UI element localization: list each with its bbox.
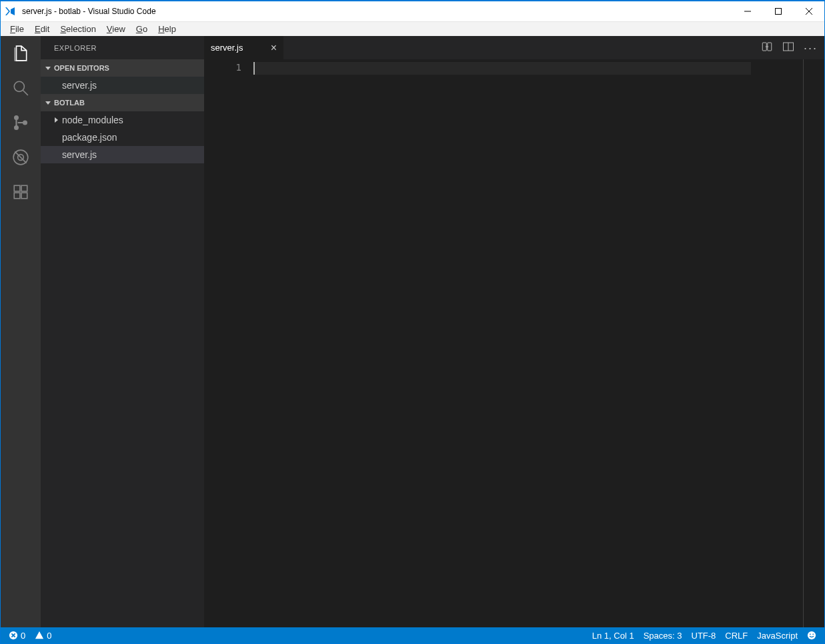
menu-view[interactable]: View — [101, 23, 131, 35]
source-control-icon[interactable] — [10, 112, 31, 133]
chevron-down-icon — [45, 65, 51, 71]
activity-bar — [1, 36, 41, 627]
status-bar: 0 0 Ln 1, Col 1 Spaces: 3 UTF-8 CRLF Jav… — [1, 627, 824, 643]
gutter: 1 — [204, 59, 253, 627]
explorer-icon[interactable] — [10, 43, 31, 64]
status-errors[interactable]: 0 — [9, 631, 25, 641]
editor-actions: ··· — [761, 36, 824, 59]
status-warnings[interactable]: 0 — [35, 631, 51, 641]
status-language[interactable]: JavaScript — [757, 631, 798, 641]
tab[interactable]: server.js × — [204, 36, 284, 59]
menu-edit[interactable]: Edit — [29, 23, 55, 35]
svg-point-30 — [812, 633, 814, 635]
editor-surface[interactable]: 1 — [204, 59, 824, 627]
svg-point-9 — [15, 126, 18, 129]
tab-spacer — [284, 36, 761, 59]
open-editor-item[interactable]: server.js — [41, 77, 204, 94]
split-editor-icon[interactable] — [782, 41, 794, 55]
app-icon — [1, 6, 19, 17]
svg-point-29 — [810, 633, 811, 635]
file-label: package.json — [62, 132, 117, 143]
svg-line-7 — [23, 90, 28, 95]
menu-file[interactable]: File — [5, 23, 29, 35]
chevron-right-icon — [53, 117, 59, 123]
svg-marker-19 — [55, 117, 58, 123]
more-icon[interactable]: ··· — [804, 42, 818, 54]
tree-item-file[interactable]: server.js — [41, 146, 204, 163]
status-position[interactable]: Ln 1, Col 1 — [592, 631, 634, 641]
svg-marker-18 — [45, 101, 51, 105]
menu-selection[interactable]: Selection — [55, 23, 101, 35]
sidebar: EXPLORER OPEN EDITORS server.js BOTLAB n… — [41, 36, 204, 627]
status-spaces[interactable]: Spaces: 3 — [644, 631, 682, 641]
svg-point-6 — [14, 81, 24, 91]
file-label: server.js — [62, 149, 97, 160]
file-label: server.js — [62, 80, 97, 91]
tree-item-folder[interactable]: node_modules — [41, 111, 204, 129]
close-button[interactable] — [794, 1, 824, 21]
status-encoding[interactable]: UTF-8 — [692, 631, 716, 641]
menu-go[interactable]: Go — [131, 23, 153, 35]
svg-point-10 — [23, 121, 27, 124]
menu-bar: File Edit Selection View Go Help — [1, 21, 824, 36]
tab-label: server.js — [211, 43, 243, 53]
current-line-highlight — [253, 62, 751, 75]
svg-rect-3 — [776, 9, 782, 15]
minimize-button[interactable] — [732, 1, 763, 21]
svg-point-8 — [15, 116, 18, 119]
maximize-button[interactable] — [763, 1, 794, 21]
svg-marker-17 — [45, 67, 51, 70]
tree-item-file[interactable]: package.json — [41, 129, 204, 146]
chevron-down-icon — [45, 100, 51, 105]
feedback-icon[interactable] — [807, 631, 816, 640]
warnings-count: 0 — [47, 631, 51, 641]
open-editors-header[interactable]: OPEN EDITORS — [41, 59, 204, 77]
svg-marker-27 — [35, 631, 43, 639]
tab-bar: server.js × ··· — [204, 36, 824, 59]
svg-marker-0 — [5, 7, 10, 15]
svg-point-28 — [808, 631, 816, 639]
debug-icon[interactable] — [10, 147, 31, 168]
svg-rect-15 — [14, 193, 20, 199]
search-icon[interactable] — [10, 77, 31, 99]
errors-count: 0 — [21, 631, 25, 641]
svg-marker-1 — [11, 7, 15, 15]
open-editors-label: OPEN EDITORS — [54, 64, 109, 72]
main-area: EXPLORER OPEN EDITORS server.js BOTLAB n… — [1, 36, 824, 627]
extensions-icon[interactable] — [10, 181, 31, 203]
menu-help[interactable]: Help — [153, 23, 181, 35]
svg-rect-14 — [21, 185, 27, 191]
cursor — [253, 62, 255, 75]
window-title: server.js - botlab - Visual Studio Code — [19, 7, 732, 16]
project-label: BOTLAB — [54, 99, 85, 107]
project-header[interactable]: BOTLAB — [41, 94, 204, 111]
svg-rect-13 — [14, 185, 20, 191]
ruler — [803, 59, 804, 627]
svg-rect-16 — [21, 193, 27, 199]
editor-group: server.js × ··· 1 — [204, 36, 824, 627]
compare-icon[interactable] — [761, 41, 773, 55]
folder-label: node_modules — [62, 115, 123, 125]
sidebar-title: EXPLORER — [41, 36, 204, 59]
line-number: 1 — [204, 62, 241, 73]
status-eol[interactable]: CRLF — [725, 631, 748, 641]
title-bar: server.js - botlab - Visual Studio Code — [1, 1, 824, 21]
close-icon[interactable]: × — [271, 43, 277, 53]
